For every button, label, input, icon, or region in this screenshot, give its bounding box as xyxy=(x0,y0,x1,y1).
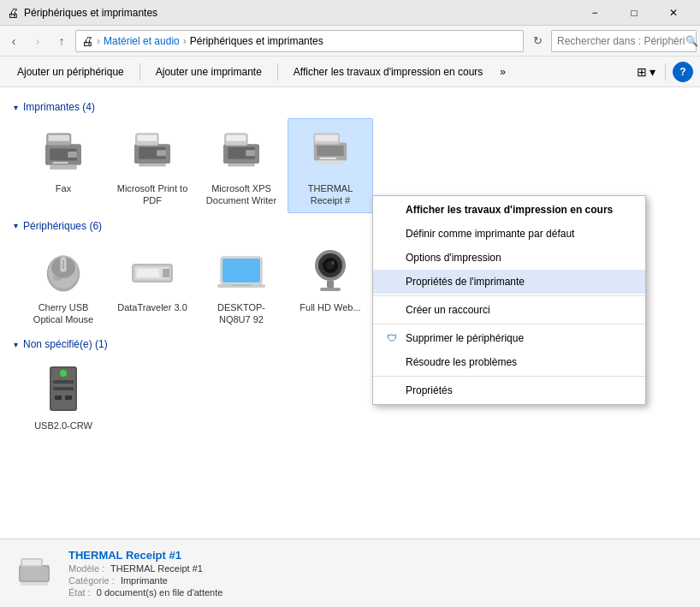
search-icon: 🔍 xyxy=(685,35,698,47)
svg-rect-58 xyxy=(21,582,48,586)
ctx-properties[interactable]: Propriétés xyxy=(373,378,645,402)
up-button[interactable]: ↑ xyxy=(51,31,72,51)
add-printer-button[interactable]: Ajouter une imprimante xyxy=(145,60,272,84)
item-xps-printer[interactable]: Microsoft XPS Document Writer xyxy=(199,118,284,213)
title-bar: 🖨 Périphériques et imprimantes − □ ✕ xyxy=(0,0,700,26)
status-model-value: THERMAL Receipt #1 xyxy=(110,563,203,574)
svg-rect-20 xyxy=(317,146,344,156)
forward-button[interactable]: › xyxy=(27,31,48,51)
breadcrumb-current: Périphériques et imprimantes xyxy=(190,35,323,47)
view-button[interactable]: ⊞ ▾ xyxy=(634,60,658,84)
desktop-icon xyxy=(214,243,269,298)
status-state-row: État : 0 document(s) en file d'attente xyxy=(68,587,222,598)
ctx-shortcut[interactable]: Créer un raccourci xyxy=(373,298,645,322)
fax-label: Fax xyxy=(56,182,71,194)
status-device-title: THERMAL Receipt #1 xyxy=(68,549,222,562)
ctx-sep3 xyxy=(373,376,645,377)
status-model-row: Modèle : THERMAL Receipt #1 xyxy=(68,563,222,574)
item-usb-crw[interactable]: USB2.0-CRW xyxy=(21,355,106,437)
svg-rect-57 xyxy=(22,560,41,565)
item-fax[interactable]: Fax xyxy=(21,118,106,213)
item-webcam[interactable]: Full HD Web... xyxy=(288,237,373,332)
svg-rect-34 xyxy=(163,269,169,277)
pdf-printer-label: Microsoft Print to PDF xyxy=(114,182,191,207)
close-button[interactable]: ✕ xyxy=(654,0,693,26)
svg-rect-3 xyxy=(49,135,70,141)
printers-arrow: ▾ xyxy=(14,103,18,112)
window-controls: − □ ✕ xyxy=(575,0,693,26)
svg-rect-53 xyxy=(65,396,72,400)
item-desktop[interactable]: DESKTOP-NQ8U7 92 xyxy=(199,237,284,332)
toolbar-right: ⊞ ▾ ? xyxy=(634,60,693,84)
status-state-label: État : xyxy=(68,587,91,598)
svg-rect-16 xyxy=(227,135,246,141)
ctx-print-options[interactable]: Options d'impression xyxy=(373,246,645,270)
svg-rect-12 xyxy=(139,164,166,167)
datatraveler-icon xyxy=(125,243,180,298)
item-pdf-printer[interactable]: Microsoft Print to PDF xyxy=(110,118,195,213)
refresh-button[interactable]: ↻ xyxy=(527,31,548,51)
thermal-printer-icon xyxy=(303,124,358,179)
svg-rect-17 xyxy=(246,150,255,156)
pdf-printer-icon xyxy=(125,124,180,179)
ctx-printer-props[interactable]: Propriétés de l'imprimante xyxy=(373,270,645,294)
svg-rect-23 xyxy=(317,161,344,164)
mouse-icon xyxy=(36,243,91,298)
devices-label: Périphériques (6) xyxy=(23,220,102,232)
add-device-button[interactable]: Ajouter un périphérique xyxy=(7,60,134,84)
svg-rect-51 xyxy=(53,387,74,390)
printers-section-header[interactable]: ▾ Imprimantes (4) xyxy=(14,101,686,113)
search-box: 🔍 xyxy=(551,30,697,52)
toolbar-sep2 xyxy=(277,63,278,80)
status-category-row: Catégorie : Imprimante xyxy=(68,575,222,586)
breadcrumb-icon: 🖨 xyxy=(81,34,93,48)
ctx-remove-shield-icon: 🛡 xyxy=(387,332,400,344)
item-mouse[interactable]: Cherry USB Optical Mouse xyxy=(21,237,106,332)
status-bar: THERMAL Receipt #1 Modèle : THERMAL Rece… xyxy=(0,539,700,607)
svg-rect-46 xyxy=(320,288,341,291)
maximize-button[interactable]: □ xyxy=(614,0,654,26)
ctx-troubleshoot[interactable]: Résoudre les problèmes xyxy=(373,350,645,374)
usb-crw-label: USB2.0-CRW xyxy=(34,420,92,431)
fax-icon xyxy=(36,124,91,179)
ctx-set-default[interactable]: Définir comme imprimante par défaut xyxy=(373,222,645,246)
svg-rect-35 xyxy=(137,269,159,277)
item-thermal-printer[interactable]: THERMAL Receipt # xyxy=(288,118,373,213)
back-button[interactable]: ‹ xyxy=(3,31,24,51)
mouse-label: Cherry USB Optical Mouse xyxy=(25,301,102,326)
ctx-print-jobs[interactable]: Afficher les travaux d'impression en cou… xyxy=(373,198,645,222)
xps-printer-icon xyxy=(214,124,269,179)
unspecified-arrow: ▾ xyxy=(14,340,18,349)
svg-point-30 xyxy=(53,275,62,281)
item-datatraveler[interactable]: DataTraveler 3.0 xyxy=(110,237,195,332)
svg-rect-39 xyxy=(231,284,252,286)
breadcrumb-root[interactable]: Matériel et audio xyxy=(104,35,180,47)
printers-label: Imprimantes (4) xyxy=(23,101,95,113)
search-input[interactable] xyxy=(557,35,685,47)
svg-point-49 xyxy=(60,370,67,377)
more-button[interactable]: » xyxy=(495,60,511,84)
toolbar-sep1 xyxy=(139,63,140,80)
status-details: THERMAL Receipt #1 Modèle : THERMAL Rece… xyxy=(68,549,222,598)
status-state-value: 0 document(s) en file d'attente xyxy=(97,587,223,598)
webcam-label: Full HD Web... xyxy=(300,301,360,313)
minimize-button[interactable]: − xyxy=(575,0,614,26)
status-category-label: Catégorie : xyxy=(68,575,115,586)
ctx-remove[interactable]: 🛡 Supprimer le périphérique xyxy=(373,326,645,350)
breadcrumb-sep2: › xyxy=(183,35,187,47)
help-button[interactable]: ? xyxy=(673,62,693,82)
unspecified-label: Non spécifié(e) (1) xyxy=(23,338,108,350)
svg-rect-22 xyxy=(316,135,338,141)
window-title: Périphériques et imprimantes xyxy=(24,7,575,19)
datatraveler-label: DataTraveler 3.0 xyxy=(117,301,187,313)
thermal-printer-label: THERMAL Receipt # xyxy=(292,182,369,207)
usb-crw-icon xyxy=(36,361,91,416)
svg-rect-55 xyxy=(21,567,48,580)
address-bar: ‹ › ↑ 🖨 › Matériel et audio › Périphériq… xyxy=(0,26,700,57)
svg-rect-5 xyxy=(50,165,77,170)
status-category-value: Imprimante xyxy=(121,575,168,586)
svg-rect-52 xyxy=(55,396,62,400)
svg-rect-24 xyxy=(320,158,336,159)
print-jobs-button[interactable]: Afficher les travaux d'impression en cou… xyxy=(283,60,494,84)
svg-rect-11 xyxy=(157,150,166,156)
